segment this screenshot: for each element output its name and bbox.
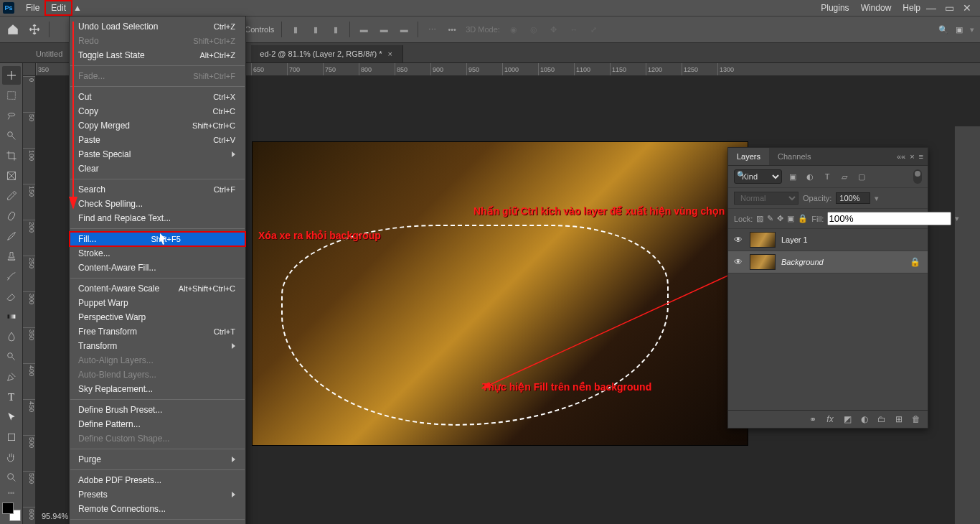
menu-item-content-aware-scale[interactable]: Content-Aware ScaleAlt+Shift+Ctrl+C — [70, 281, 245, 296]
menu-item-check-spelling[interactable]: Check Spelling... — [70, 197, 245, 211]
path-select-tool[interactable] — [2, 408, 21, 426]
3d-pan-icon[interactable]: ✥ — [547, 23, 560, 36]
share-icon[interactable]: ▾ — [970, 25, 974, 34]
lock-all-icon[interactable]: 🔒 — [798, 213, 808, 225]
lock-transparent-icon[interactable]: ▨ — [756, 213, 763, 225]
menu-item-perspective-warp[interactable]: Perspective Warp — [70, 310, 245, 324]
filter-shape-icon[interactable]: ▱ — [838, 171, 851, 182]
layer-thumbnail[interactable] — [750, 232, 776, 248]
right-dock[interactable] — [954, 126, 980, 524]
blend-mode-select[interactable]: Normal — [734, 192, 798, 205]
doc-tab-0[interactable]: Untitled — [27, 45, 73, 62]
shape-tool[interactable] — [2, 428, 21, 446]
filter-type-icon[interactable]: T — [821, 171, 834, 182]
layer-background[interactable]: 👁Background🔒 — [728, 251, 928, 273]
ruler-origin[interactable] — [23, 63, 36, 76]
menu-item-free-transform[interactable]: Free TransformCtrl+T — [70, 324, 245, 339]
filter-toggle[interactable] — [913, 169, 922, 184]
menu-item-puppet-warp[interactable]: Puppet Warp — [70, 296, 245, 310]
fg-color-swatch[interactable] — [2, 502, 14, 514]
edit-toolbar-icon[interactable]: ••• — [8, 490, 14, 497]
menu-help-tail[interactable]: Help — [897, 1, 926, 15]
align-left-icon[interactable]: ▮ — [289, 23, 302, 36]
close-icon[interactable]: ✕ — [963, 2, 971, 14]
group-icon[interactable]: 🗀 — [876, 414, 887, 424]
3d-orbit-icon[interactable]: ◉ — [507, 23, 520, 36]
menu-item-fill[interactable]: Fill...Shift+F5 — [70, 232, 245, 246]
brush-tool[interactable] — [2, 227, 21, 245]
menu-edit[interactable]: Edit — [45, 1, 72, 15]
eyedropper-tool[interactable] — [2, 187, 21, 205]
zoom-tool[interactable] — [2, 468, 21, 487]
menu-item-copy-merged[interactable]: Copy MergedShift+Ctrl+C — [70, 118, 245, 133]
filter-smart-icon[interactable]: ▢ — [855, 171, 868, 182]
align-center-icon[interactable]: ▮ — [309, 23, 322, 36]
more-icon[interactable]: ••• — [446, 23, 458, 36]
lock-artboard-icon[interactable]: ▣ — [787, 213, 794, 225]
ruler-vertical[interactable]: 050100150200250300350400450500550600 — [23, 76, 36, 524]
delete-layer-icon[interactable]: 🗑 — [910, 414, 922, 424]
menu-file[interactable]: File — [20, 1, 45, 15]
filter-pixel-icon[interactable]: ▣ — [786, 171, 799, 182]
maximize-icon[interactable]: ▭ — [945, 2, 954, 14]
layer-mask-icon[interactable]: ◩ — [842, 414, 853, 424]
distribute-icon[interactable]: ⋯ — [425, 23, 438, 36]
tab-channels[interactable]: Channels — [769, 148, 819, 165]
menu-item-clear[interactable]: Clear — [70, 162, 245, 176]
doc-tab-1-close-icon[interactable]: × — [387, 50, 392, 58]
menu-item-stroke[interactable]: Stroke... — [70, 246, 245, 261]
align-right-icon[interactable]: ▮ — [329, 23, 342, 36]
hand-tool[interactable] — [2, 448, 21, 467]
move-tool[interactable] — [2, 66, 21, 85]
heal-tool[interactable] — [2, 207, 21, 225]
align-top-icon[interactable]: ▬ — [357, 23, 370, 36]
quick-select-tool[interactable] — [2, 126, 21, 145]
search-icon[interactable]: 🔍 — [938, 25, 948, 34]
menu-item-sky-replacement[interactable]: Sky Replacement... — [70, 382, 245, 396]
visibility-toggle[interactable]: 👁 — [732, 257, 744, 267]
tab-layers[interactable]: Layers — [728, 148, 769, 165]
menu-item-define-pattern[interactable]: Define Pattern... — [70, 417, 245, 431]
layer-thumbnail[interactable] — [750, 254, 776, 270]
3d-slide-icon[interactable]: ↔ — [567, 23, 580, 36]
menu-item-paste-special[interactable]: Paste Special — [70, 147, 245, 162]
layer-name[interactable]: Layer 1 — [781, 235, 808, 244]
menu-item-search[interactable]: SearchCtrl+F — [70, 182, 245, 197]
layer-name[interactable]: Background — [781, 258, 824, 266]
new-layer-icon[interactable]: ⊞ — [893, 414, 905, 424]
menu-item-adobe-pdf-presets[interactable]: Adobe PDF Presets... — [70, 473, 245, 487]
menu-item-purge[interactable]: Purge — [70, 452, 245, 467]
menu-item-define-brush-preset[interactable]: Define Brush Preset... — [70, 403, 245, 417]
menu-window-tail[interactable]: Window — [855, 1, 897, 15]
lock-position-icon[interactable]: ✥ — [777, 213, 783, 225]
filter-adjust-icon[interactable]: ◐ — [804, 171, 816, 182]
lock-pixels-icon[interactable]: ✎ — [767, 213, 773, 225]
menu-item-content-aware-fill[interactable]: Content-Aware Fill... — [70, 261, 245, 275]
menu-plugins-tail[interactable]: Plugins — [815, 1, 854, 15]
link-layers-icon[interactable]: ⚭ — [807, 414, 819, 424]
zoom-value[interactable]: 95.94% — [42, 512, 68, 520]
panel-collapse-icon[interactable]: «« — [897, 152, 905, 161]
3d-roll-icon[interactable]: ◎ — [527, 23, 540, 36]
minimize-icon[interactable]: — — [926, 2, 936, 14]
panel-menu-icon[interactable]: ≡ — [919, 152, 923, 161]
menu-item-cut[interactable]: CutCtrl+X — [70, 90, 245, 104]
crop-tool[interactable] — [2, 146, 21, 165]
marquee-tool[interactable] — [2, 86, 21, 105]
workspace-icon[interactable]: ▣ — [956, 25, 963, 34]
home-icon[interactable] — [6, 22, 20, 37]
menu-item-presets[interactable]: Presets — [70, 487, 245, 502]
type-tool[interactable]: T — [2, 388, 21, 406]
fill-value[interactable] — [827, 212, 951, 225]
visibility-toggle[interactable]: 👁 — [732, 235, 744, 245]
gradient-tool[interactable] — [2, 307, 21, 326]
dodge-tool[interactable] — [2, 347, 21, 366]
layer-layer-1[interactable]: 👁Layer 1 — [728, 229, 928, 251]
opacity-value[interactable] — [836, 192, 870, 204]
menu-item-copy[interactable]: CopyCtrl+C — [70, 104, 245, 118]
stamp-tool[interactable] — [2, 247, 21, 266]
blur-tool[interactable] — [2, 327, 21, 346]
menu-item-toggle-last-state[interactable]: Toggle Last StateAlt+Ctrl+Z — [70, 48, 245, 62]
history-brush-tool[interactable] — [2, 267, 21, 286]
lasso-tool[interactable] — [2, 106, 21, 125]
